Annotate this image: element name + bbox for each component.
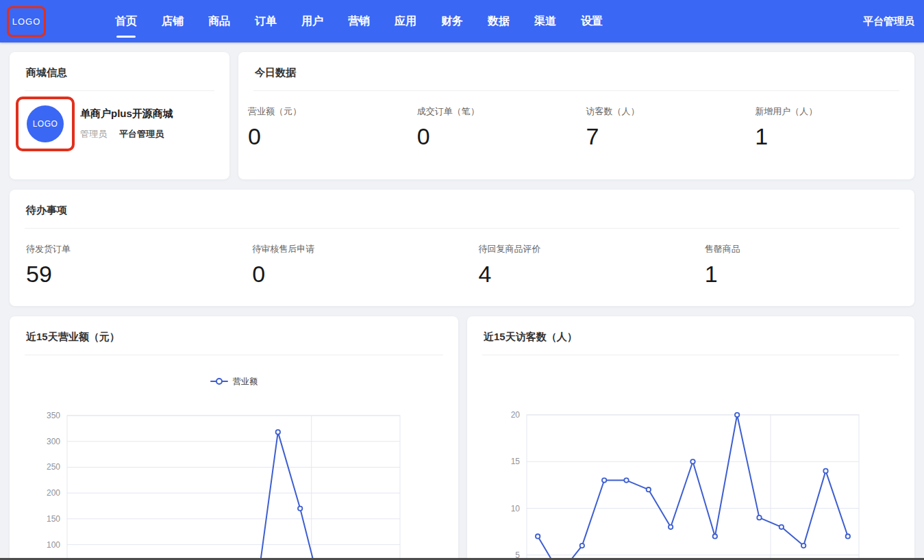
avatar-logo-text: LOGO: [33, 119, 58, 129]
nav-item-3[interactable]: 订单: [255, 0, 277, 42]
data-point-marker: [624, 478, 628, 482]
stat-value: 1: [705, 262, 914, 287]
mall-text: 单商户plus开源商城 管理员 平台管理员: [80, 107, 173, 140]
row-top: 商城信息 LOGO 单商户plus开源商城 管理员 平台管理员: [10, 52, 914, 179]
stat-value: 0: [248, 124, 408, 149]
nav-menu: 首页店铺商品订单用户营销应用财务数据渠道设置: [115, 0, 627, 42]
data-point-marker: [669, 525, 673, 529]
stat-label: 访客数（人）: [586, 105, 746, 118]
role-label: 管理员: [80, 128, 107, 140]
data-point-marker: [298, 507, 302, 511]
nav-item-4[interactable]: 用户: [301, 0, 323, 42]
data-point-marker: [713, 534, 717, 538]
data-point-marker: [647, 487, 651, 492]
todo-card: 待办事项 待发货订单59待审核售后申请0待回复商品评价4售罄商品1: [10, 190, 914, 306]
y-tick-label: 10: [511, 504, 521, 513]
data-point-marker: [779, 525, 784, 529]
stat-item: 待回复商品评价4: [462, 243, 688, 287]
today-stats-grid: 营业额（元）0成交订单（笔）0访客数（人）7新增用户（人）1: [238, 91, 914, 149]
avatar-annotation-box: LOGO: [16, 97, 75, 151]
turnover-chart-card: 近15天营业额（元） 营业额 050100150200250300350: [10, 316, 458, 560]
admin-dashboard-page: LOGO 首页店铺商品订单用户营销应用财务数据渠道设置 平台管理员 商城信息 L…: [0, 0, 924, 560]
nav-item-5[interactable]: 营销: [348, 0, 370, 42]
stat-value: 7: [586, 124, 746, 149]
y-tick-label: 15: [511, 457, 521, 466]
data-point-marker: [276, 430, 280, 434]
logo-annotated[interactable]: LOGO: [7, 6, 46, 37]
today-data-card: 今日数据 营业额（元）0成交订单（笔）0访客数（人）7新增用户（人）1: [238, 52, 914, 179]
stat-label: 成交订单（笔）: [417, 105, 577, 118]
mall-avatar[interactable]: LOGO: [27, 105, 64, 142]
mall-name: 单商户plus开源商城: [80, 107, 173, 120]
data-point-marker: [602, 478, 606, 482]
stat-label: 待发货订单: [26, 243, 236, 255]
today-card-title: 今日数据: [238, 52, 914, 90]
stat-item: 售罄商品1: [688, 243, 914, 287]
nav-item-10[interactable]: 设置: [581, 0, 603, 42]
stat-value: 0: [252, 262, 462, 287]
stat-label: 售罄商品: [705, 243, 914, 255]
stat-value: 4: [479, 262, 688, 287]
data-point-marker: [735, 413, 739, 417]
data-point-marker: [801, 544, 806, 548]
visitors-line-chart[interactable]: 05101520: [467, 316, 913, 560]
stat-item: 营业额（元）0: [238, 105, 408, 149]
row-middle: 待办事项 待发货订单59待审核售后申请0待回复商品评价4售罄商品1: [10, 190, 914, 306]
y-tick-label: 200: [47, 488, 60, 498]
stat-item: 待发货订单59: [10, 243, 236, 287]
top-navbar: LOGO 首页店铺商品订单用户营销应用财务数据渠道设置 平台管理员: [0, 0, 924, 42]
mall-body: LOGO 单商户plus开源商城 管理员 平台管理员: [10, 91, 229, 151]
nav-item-6[interactable]: 应用: [395, 0, 416, 42]
mall-info-card: 商城信息 LOGO 单商户plus开源商城 管理员 平台管理员: [10, 52, 229, 179]
stat-label: 营业额（元）: [248, 105, 408, 118]
stat-label: 新增用户（人）: [755, 105, 914, 118]
role-value: 平台管理员: [119, 128, 164, 140]
nav-item-2[interactable]: 商品: [208, 0, 230, 42]
y-tick-label: 350: [47, 411, 60, 420]
data-point-marker: [690, 459, 695, 463]
nav-item-7[interactable]: 财务: [441, 0, 463, 42]
y-tick-label: 250: [47, 462, 60, 472]
nav-item-1[interactable]: 店铺: [162, 0, 184, 42]
logo-text: LOGO: [12, 16, 41, 27]
todo-card-title: 待办事项: [10, 190, 914, 228]
y-tick-label: 150: [47, 514, 60, 524]
stat-item: 新增用户（人）1: [745, 105, 914, 149]
stat-label: 待审核售后申请: [252, 243, 462, 255]
stat-item: 待审核售后申请0: [236, 243, 462, 287]
data-point-marker: [580, 544, 584, 548]
y-tick-label: 20: [511, 410, 521, 420]
todo-stats-grid: 待发货订单59待审核售后申请0待回复商品评价4售罄商品1: [10, 229, 914, 287]
nav-item-0[interactable]: 首页: [115, 0, 137, 42]
stat-value: 59: [26, 262, 236, 287]
nav-item-8[interactable]: 数据: [488, 0, 510, 42]
row-charts: 近15天营业额（元） 营业额 050100150200250300350 近15…: [10, 316, 914, 560]
visitors-chart-card: 近15天访客数（人） 05101520: [467, 316, 914, 560]
dashboard-content: 商城信息 LOGO 单商户plus开源商城 管理员 平台管理员: [0, 42, 924, 560]
stat-item: 成交订单（笔）0: [408, 105, 577, 149]
mall-roles: 管理员 平台管理员: [80, 128, 173, 140]
y-tick-label: 300: [47, 437, 60, 446]
user-menu[interactable]: 平台管理员: [863, 15, 914, 28]
mall-card-title: 商城信息: [10, 52, 229, 90]
data-point-marker: [757, 516, 761, 520]
stat-item: 访客数（人）7: [577, 105, 746, 149]
stat-label: 待回复商品评价: [479, 243, 688, 255]
data-point-marker: [536, 534, 540, 538]
stat-value: 1: [755, 124, 914, 149]
nav-item-9[interactable]: 渠道: [534, 0, 556, 42]
data-point-marker: [823, 469, 827, 473]
turnover-line-chart[interactable]: 050100150200250300350: [10, 316, 458, 560]
data-point-marker: [846, 534, 850, 538]
y-tick-label: 100: [47, 540, 60, 550]
stat-value: 0: [417, 124, 577, 149]
